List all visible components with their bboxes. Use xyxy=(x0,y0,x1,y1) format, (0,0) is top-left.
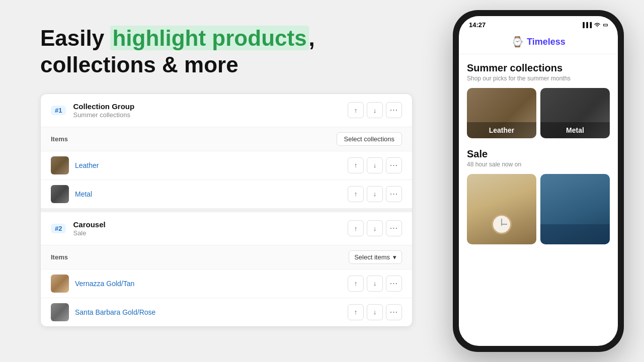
group1-up-button[interactable]: ↑ xyxy=(348,102,364,118)
group1-down-button[interactable]: ↓ xyxy=(367,102,383,118)
select-items-chevron-icon: ▾ xyxy=(393,253,396,261)
sale-card-2[interactable] xyxy=(540,174,610,244)
metal-more-button[interactable]: ··· xyxy=(386,186,402,202)
group2-actions: ↑ ↓ ··· xyxy=(348,220,402,236)
battery-icon: ▭ xyxy=(603,22,608,28)
metal-item-name[interactable]: Metal xyxy=(75,190,348,198)
vernazza-thumb xyxy=(51,275,69,293)
vernazza-more-button[interactable]: ··· xyxy=(386,276,402,292)
group1-type: Collection Group xyxy=(73,102,348,111)
group2-down-button[interactable]: ↓ xyxy=(367,220,383,236)
vernazza-down-button[interactable]: ↓ xyxy=(367,276,383,292)
group1-info: Collection Group Summer collections xyxy=(73,102,348,119)
group2-more-button[interactable]: ··· xyxy=(386,220,402,236)
group1-items-label: Items xyxy=(51,135,337,143)
santa-item-name[interactable]: Santa Barbara Gold/Rose xyxy=(75,308,348,316)
sale-title: Sale xyxy=(467,148,610,160)
leather-more-button[interactable]: ··· xyxy=(386,157,402,173)
headline-prefix: Easily xyxy=(40,26,110,50)
metal-down-button[interactable]: ↓ xyxy=(367,186,383,202)
group1-name: Summer collections xyxy=(73,111,348,119)
phone-status-bar: 14:27 ▐▐▐ ▭ xyxy=(459,16,618,32)
app-name: Timeless xyxy=(527,37,566,47)
group1-leather-row: Leather ↑ ↓ ··· xyxy=(41,151,412,179)
santa-thumb xyxy=(51,303,69,321)
group1-items-header: Items Select collections xyxy=(41,127,412,151)
sale-image-row xyxy=(467,174,610,244)
metal-up-button[interactable]: ↑ xyxy=(348,186,364,202)
santa-actions: ↑ ↓ ··· xyxy=(348,304,402,320)
select-items-label: Select items xyxy=(354,253,390,261)
status-icons: ▐▐▐ ▭ xyxy=(581,22,608,28)
santa-up-button[interactable]: ↑ xyxy=(348,304,364,320)
metal-product-label: Metal xyxy=(540,122,610,138)
group1-header: #1 Collection Group Summer collections ↑… xyxy=(41,94,412,127)
metal-product-card[interactable]: Metal xyxy=(540,88,610,138)
leather-up-button[interactable]: ↑ xyxy=(348,157,364,173)
group2-badge: #2 xyxy=(51,224,66,233)
metal-thumb xyxy=(51,185,69,203)
app-logo: ⌚ Timeless xyxy=(511,36,566,48)
group2-items-header: Items Select items ▾ xyxy=(41,245,412,269)
summer-title: Summer collections xyxy=(467,62,610,74)
phone-mockup: 14:27 ▐▐▐ ▭ ⌚ xyxy=(453,10,624,352)
santa-more-button[interactable]: ··· xyxy=(386,304,402,320)
group2-header: #2 Carousel Sale ↑ ↓ ··· xyxy=(41,212,412,245)
watch-face-1 xyxy=(492,214,512,234)
summer-section: Summer collections Shop our picks for th… xyxy=(467,62,610,138)
group-divider xyxy=(41,208,412,212)
vernazza-actions: ↑ ↓ ··· xyxy=(348,276,402,292)
santa-down-button[interactable]: ↓ xyxy=(367,304,383,320)
group1-actions: ↑ ↓ ··· xyxy=(348,102,402,118)
group2-name: Sale xyxy=(73,229,348,237)
group1-metal-row: Metal ↑ ↓ ··· xyxy=(41,179,412,208)
headline: Easily highlight products, collections &… xyxy=(40,25,413,78)
group2-items-label: Items xyxy=(51,253,349,261)
group1-badge: #1 xyxy=(51,106,66,115)
sale-section: Sale 48 hour sale now on xyxy=(467,148,610,244)
leather-thumb xyxy=(51,156,69,174)
vernazza-up-button[interactable]: ↑ xyxy=(348,276,364,292)
group1-more-button[interactable]: ··· xyxy=(386,102,402,118)
leather-product-card[interactable]: Leather xyxy=(467,88,536,138)
product-grid: Leather Metal xyxy=(467,88,610,138)
leather-product-label: Leather xyxy=(467,122,536,138)
select-items-button[interactable]: Select items ▾ xyxy=(349,250,402,264)
logo-watch-icon: ⌚ xyxy=(511,36,524,48)
leather-item-name[interactable]: Leather xyxy=(75,161,348,169)
headline-highlight: highlight products xyxy=(110,26,308,50)
group2-santa-row: Santa Barbara Gold/Rose ↑ ↓ ··· xyxy=(41,298,412,326)
summer-desc: Shop our picks for the summer months xyxy=(467,75,610,82)
left-section: Easily highlight products, collections &… xyxy=(0,0,433,362)
vernazza-item-name[interactable]: Vernazza Gold/Tan xyxy=(75,280,348,288)
metal-actions: ↑ ↓ ··· xyxy=(348,186,402,202)
signal-icon: ▐▐▐ xyxy=(581,22,592,28)
leather-down-button[interactable]: ↓ xyxy=(367,157,383,173)
group2-vernazza-row: Vernazza Gold/Tan ↑ ↓ ··· xyxy=(41,269,412,298)
wifi-icon xyxy=(594,22,601,28)
admin-card: #1 Collection Group Summer collections ↑… xyxy=(40,94,413,327)
sale-desc: 48 hour sale now on xyxy=(467,161,610,168)
group2-info: Carousel Sale xyxy=(73,220,348,237)
leather-actions: ↑ ↓ ··· xyxy=(348,157,402,173)
group2-up-button[interactable]: ↑ xyxy=(348,220,364,236)
group2-type: Carousel xyxy=(73,220,348,229)
phone-app-header: ⌚ Timeless xyxy=(459,32,618,54)
right-section: 14:27 ▐▐▐ ▭ ⌚ xyxy=(433,0,644,362)
phone-screen: 14:27 ▐▐▐ ▭ ⌚ xyxy=(459,16,618,346)
select-collections-button[interactable]: Select collections xyxy=(337,132,402,146)
phone-time: 14:27 xyxy=(469,21,486,29)
ocean-overlay xyxy=(540,224,610,244)
phone-content: Summer collections Shop our picks for th… xyxy=(459,54,618,346)
sale-card-1[interactable] xyxy=(467,174,536,244)
